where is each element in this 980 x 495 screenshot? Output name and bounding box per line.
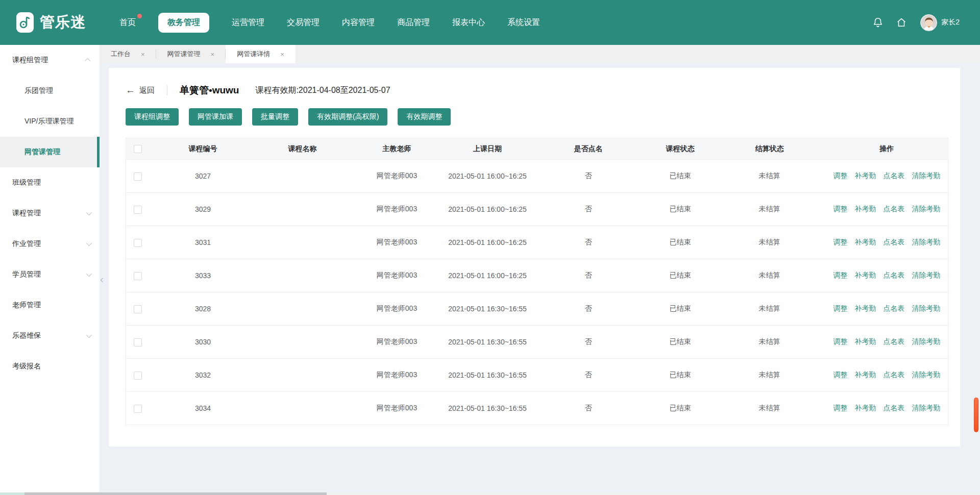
select-all-checkbox[interactable]	[134, 145, 142, 153]
op-link-2[interactable]: 补考勤	[854, 304, 876, 312]
bell-icon[interactable]	[872, 17, 884, 28]
op-link-1[interactable]: 调整	[833, 370, 847, 379]
op-link-2[interactable]: 补考勤	[854, 171, 876, 180]
table-row: 3028网管老师0032021-05-01 16:30~16:55否已结束未结算…	[126, 292, 948, 326]
sidebar-item-4[interactable]: 网管课管理	[0, 137, 100, 167]
op-link-2[interactable]: 补考勤	[854, 404, 876, 412]
row-checkbox[interactable]	[134, 405, 142, 413]
back-button[interactable]: ← 返回	[126, 85, 155, 96]
op-link-1[interactable]: 调整	[833, 171, 847, 180]
op-link-1[interactable]: 调整	[833, 205, 847, 213]
column-header-6: 课程状态	[647, 138, 714, 160]
main-nav: 首页教务管理运营管理交易管理内容管理商品管理报表中心系统设置	[119, 13, 562, 33]
row-checkbox[interactable]	[134, 338, 142, 346]
column-header-7: 结算状态	[714, 138, 826, 160]
sidebar-item-10[interactable]: 乐器维保	[0, 320, 100, 351]
action-button-1[interactable]: 课程组调整	[126, 108, 179, 126]
horizontal-scrollbar-thumb[interactable]	[24, 492, 327, 495]
row-checkbox[interactable]	[134, 172, 142, 181]
op-link-1[interactable]: 调整	[833, 337, 847, 345]
sidebar-item-6[interactable]: 课程管理	[0, 198, 100, 229]
tab-close-icon[interactable]: ×	[280, 51, 284, 58]
brand[interactable]: 管乐迷	[16, 12, 86, 33]
row-checkbox[interactable]	[134, 372, 142, 380]
sidebar-item-11[interactable]: 考级报名	[0, 351, 100, 382]
nav-item-3[interactable]: 运营管理	[232, 13, 264, 33]
op-link-2[interactable]: 补考勤	[854, 370, 876, 379]
cell-name	[257, 359, 349, 392]
row-checkbox[interactable]	[134, 206, 142, 214]
sidebar-item-3[interactable]: VIP/乐理课管理	[0, 106, 100, 137]
divider	[167, 85, 167, 95]
home-icon[interactable]	[896, 17, 907, 28]
sidebar-item-1[interactable]: 课程组管理	[0, 45, 100, 76]
cell-status: 已结束	[647, 326, 714, 359]
vertical-scrollbar-thumb[interactable]	[974, 398, 978, 432]
op-link-3[interactable]: 点名表	[883, 337, 904, 345]
op-link-4[interactable]: 清除考勤	[912, 404, 940, 412]
nav-item-1[interactable]: 首页	[119, 13, 136, 33]
op-link-4[interactable]: 清除考勤	[912, 370, 940, 379]
cell-status: 已结束	[647, 392, 714, 425]
table-header-row: 课程编号课程名称主教老师上课日期是否点名课程状态结算状态操作	[126, 138, 948, 160]
sidebar-item-2[interactable]: 乐团管理	[0, 76, 100, 106]
nav-item-2[interactable]: 教务管理	[158, 13, 209, 33]
tab-2[interactable]: 网管课管理×	[156, 45, 226, 63]
nav-item-5[interactable]: 内容管理	[342, 13, 375, 33]
nav-item-7[interactable]: 报表中心	[452, 13, 485, 33]
row-checkbox[interactable]	[134, 239, 142, 247]
row-checkbox[interactable]	[134, 272, 142, 280]
nav-item-4[interactable]: 交易管理	[287, 13, 320, 33]
op-link-4[interactable]: 清除考勤	[912, 205, 940, 213]
sidebar-item-8[interactable]: 学员管理	[0, 259, 100, 290]
cell-name	[257, 392, 349, 425]
op-link-4[interactable]: 清除考勤	[912, 271, 940, 279]
column-header-2: 课程名称	[257, 138, 349, 160]
op-link-2[interactable]: 补考勤	[854, 205, 876, 213]
op-link-3[interactable]: 点名表	[883, 171, 904, 180]
op-link-3[interactable]: 点名表	[883, 271, 904, 279]
op-link-3[interactable]: 点名表	[883, 238, 904, 246]
action-button-3[interactable]: 批量调整	[252, 108, 298, 126]
nav-item-label: 交易管理	[287, 18, 320, 27]
op-link-3[interactable]: 点名表	[883, 304, 904, 312]
op-link-1[interactable]: 调整	[833, 238, 847, 246]
cell-id: 3029	[150, 193, 257, 226]
tab-1[interactable]: 工作台×	[100, 45, 156, 63]
op-link-2[interactable]: 补考勤	[854, 238, 876, 246]
tab-close-icon[interactable]: ×	[141, 51, 145, 58]
tab-close-icon[interactable]: ×	[211, 51, 215, 58]
cell-rollcall: 否	[530, 326, 647, 359]
sidebar-item-label: 老师管理	[12, 301, 41, 310]
op-link-3[interactable]: 点名表	[883, 404, 904, 412]
op-link-3[interactable]: 点名表	[883, 370, 904, 379]
action-button-2[interactable]: 网管课加课	[189, 108, 242, 126]
op-link-1[interactable]: 调整	[833, 271, 847, 279]
action-button-4[interactable]: 有效期调整(高权限)	[308, 108, 387, 126]
op-link-2[interactable]: 补考勤	[854, 337, 876, 345]
op-link-3[interactable]: 点名表	[883, 205, 904, 213]
tab-label: 网管课管理	[167, 50, 201, 59]
op-link-1[interactable]: 调整	[833, 304, 847, 312]
op-link-4[interactable]: 清除考勤	[912, 304, 940, 312]
op-link-4[interactable]: 清除考勤	[912, 171, 940, 180]
sidebar-item-5[interactable]: 班级管理	[0, 167, 100, 198]
cell-date: 2021-05-01 16:00~16:25	[446, 193, 530, 226]
avatar[interactable]	[920, 14, 937, 31]
op-link-2[interactable]: 补考勤	[854, 271, 876, 279]
tab-3[interactable]: 网管课详情×	[226, 45, 296, 63]
nav-item-label: 系统设置	[507, 18, 540, 27]
op-link-4[interactable]: 清除考勤	[912, 337, 940, 345]
op-link-4[interactable]: 清除考勤	[912, 238, 940, 246]
sidebar-item-7[interactable]: 作业管理	[0, 229, 100, 259]
horizontal-scrollbar[interactable]	[0, 492, 980, 495]
row-checkbox[interactable]	[134, 305, 142, 313]
user-name[interactable]: 家长2	[941, 18, 960, 27]
nav-item-8[interactable]: 系统设置	[507, 13, 540, 33]
table-row: 3029网管老师0032021-05-01 16:00~16:25否已结束未结算…	[126, 193, 948, 226]
op-link-1[interactable]: 调整	[833, 404, 847, 412]
sidebar-item-9[interactable]: 老师管理	[0, 290, 100, 320]
nav-item-6[interactable]: 商品管理	[397, 13, 430, 33]
row-checkbox-cell	[126, 259, 150, 292]
action-button-5[interactable]: 有效期调整	[398, 108, 451, 126]
